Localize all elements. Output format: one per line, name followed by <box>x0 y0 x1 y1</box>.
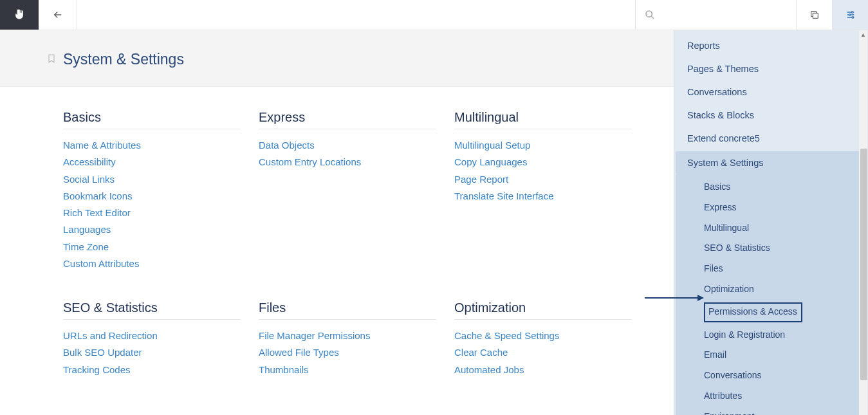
section-link[interactable]: Allowed File Types <box>259 344 436 361</box>
link[interactable]: Cache & Speed Settings <box>454 330 559 341</box>
sidebar-item[interactable]: Reports <box>674 34 868 57</box>
sidebar-sub-item[interactable]: Permissions & Access <box>676 300 864 325</box>
back-button[interactable] <box>39 0 77 30</box>
search-box[interactable] <box>635 0 796 30</box>
bookmark-icon[interactable] <box>46 52 57 68</box>
section-link[interactable]: URLs and Redirection <box>63 327 241 344</box>
section-link[interactable]: Thumbnails <box>259 362 436 378</box>
sidebar-sub-item[interactable]: Login & Registration <box>676 325 864 346</box>
section-link[interactable]: Data Objects <box>259 137 436 154</box>
link[interactable]: Name & Attributes <box>63 140 141 151</box>
section-links: Data ObjectsCustom Entry Locations <box>259 137 436 171</box>
copy-button[interactable] <box>796 0 832 30</box>
link[interactable]: Allowed File Types <box>259 347 339 358</box>
arrow-left-icon <box>52 9 64 21</box>
sidebar-sub-label: Files <box>704 263 723 273</box>
section-link[interactable]: Translate Site Interface <box>454 188 632 205</box>
section-links: Cache & Speed SettingsClear CacheAutomat… <box>454 327 632 378</box>
logo-button[interactable] <box>0 0 39 30</box>
link[interactable]: Page Report <box>454 174 508 185</box>
sidebar-item-label: System & Settings <box>687 158 763 168</box>
link[interactable]: Multilingual Setup <box>454 140 530 151</box>
link[interactable]: Custom Entry Locations <box>259 156 361 167</box>
section-link[interactable]: Rich Text Editor <box>63 205 241 221</box>
section-link[interactable]: Page Report <box>454 171 632 188</box>
sidebar-sub-item[interactable]: Attributes <box>676 386 864 407</box>
section-link[interactable]: Custom Attributes <box>63 255 241 272</box>
section-link[interactable]: Automated Jobs <box>454 362 632 378</box>
sidebar-sub-label: Optimization <box>704 284 754 294</box>
link[interactable]: Rich Text Editor <box>63 207 131 218</box>
link[interactable]: Copy Languages <box>454 156 527 167</box>
sidebar-sub-item[interactable]: Files <box>676 259 864 279</box>
section-link[interactable]: File Manager Permissions <box>259 327 436 344</box>
sidebar-sub-item[interactable]: Express <box>676 198 864 218</box>
link[interactable]: Accessibility <box>63 156 116 167</box>
sidebar-sub-item[interactable]: Conversations <box>676 365 864 386</box>
section-link[interactable]: Clear Cache <box>454 344 632 361</box>
link[interactable]: Thumbnails <box>259 364 309 375</box>
section-links: Multilingual SetupCopy LanguagesPage Rep… <box>454 137 632 205</box>
section-link[interactable]: Tracking Codes <box>63 362 241 378</box>
sidebar-sub-item[interactable]: Multilingual <box>676 218 864 239</box>
link[interactable]: URLs and Redirection <box>63 330 158 341</box>
sidebar-subgroup: BasicsExpressMultilingualSEO & Statistic… <box>676 174 864 415</box>
sidebar-sub-label: Basics <box>704 181 730 192</box>
sidebar-sub-label: Permissions & Access <box>704 302 802 322</box>
link[interactable]: Data Objects <box>259 140 315 151</box>
section-seo: SEO & Statistics URLs and RedirectionBul… <box>63 300 241 378</box>
svg-rect-1 <box>813 13 818 18</box>
link[interactable]: Time Zone <box>63 241 109 252</box>
sidebar-scroll: ReportsPages & ThemesConversationsStacks… <box>674 30 868 415</box>
sidebar-item[interactable]: Pages & Themes <box>674 57 868 80</box>
section-basics: Basics Name & AttributesAccessibilitySoc… <box>63 110 241 272</box>
link[interactable]: Custom Attributes <box>63 258 139 269</box>
sidebar-sub-label: Express <box>704 202 737 212</box>
sidebar-sub-item[interactable]: SEO & Statistics <box>676 238 864 259</box>
sidebar-item[interactable]: Stacks & Blocks <box>674 104 868 127</box>
sidebar-sub-label: Attributes <box>704 391 742 401</box>
hand-logo-icon <box>13 8 26 21</box>
search-icon <box>645 10 655 20</box>
section-express: Express Data ObjectsCustom Entry Locatio… <box>259 110 436 272</box>
section-link[interactable]: Bulk SEO Updater <box>63 344 241 361</box>
section-link[interactable]: Cache & Speed Settings <box>454 327 632 344</box>
sidebar-sub-item[interactable]: Environment <box>676 407 864 415</box>
section-link[interactable]: Languages <box>63 221 241 238</box>
link[interactable]: Bookmark Icons <box>63 190 133 201</box>
sidebar-sub-item[interactable]: Basics <box>676 177 864 198</box>
toolbar-spacer <box>77 0 635 30</box>
section-link[interactable]: Custom Entry Locations <box>259 154 436 171</box>
section-link[interactable]: Social Links <box>63 171 241 188</box>
sidebar-item[interactable]: Extend concrete5 <box>674 127 868 150</box>
link[interactable]: Social Links <box>63 174 115 185</box>
section-title: Multilingual <box>454 110 632 129</box>
section-link[interactable]: Copy Languages <box>454 154 632 171</box>
link[interactable]: Tracking Codes <box>63 364 131 375</box>
sidebar-sub-label: Environment <box>704 411 755 415</box>
scrollbar-thumb[interactable] <box>860 149 867 380</box>
section-link[interactable]: Time Zone <box>63 239 241 255</box>
svg-point-3 <box>849 14 851 16</box>
section-links: URLs and RedirectionBulk SEO UpdaterTrac… <box>63 327 241 378</box>
section-link[interactable]: Multilingual Setup <box>454 137 632 154</box>
sidebar-item[interactable]: Conversations <box>674 80 868 104</box>
link[interactable]: File Manager Permissions <box>259 330 370 341</box>
section-optimization: Optimization Cache & Speed SettingsClear… <box>454 300 632 378</box>
section-link[interactable]: Accessibility <box>63 154 241 171</box>
sidebar-sub-item[interactable]: Email <box>676 345 864 365</box>
link[interactable]: Translate Site Interface <box>454 190 554 201</box>
sidebar-sub-item[interactable]: Optimization <box>676 279 864 300</box>
link[interactable]: Languages <box>63 224 111 235</box>
scroll-up-arrow[interactable]: ▲ <box>859 30 867 39</box>
section-link[interactable]: Bookmark Icons <box>63 188 241 205</box>
link[interactable]: Bulk SEO Updater <box>63 347 142 358</box>
sidebar-sub-label: Multilingual <box>704 223 749 233</box>
svg-point-0 <box>646 11 652 17</box>
section-link[interactable]: Name & Attributes <box>63 137 241 154</box>
link[interactable]: Automated Jobs <box>454 364 524 375</box>
link[interactable]: Clear Cache <box>454 347 508 358</box>
sidebar-item-system-settings[interactable]: System & Settings <box>676 151 864 174</box>
settings-button[interactable] <box>832 0 868 30</box>
section-multilingual: Multilingual Multilingual SetupCopy Lang… <box>454 110 632 272</box>
